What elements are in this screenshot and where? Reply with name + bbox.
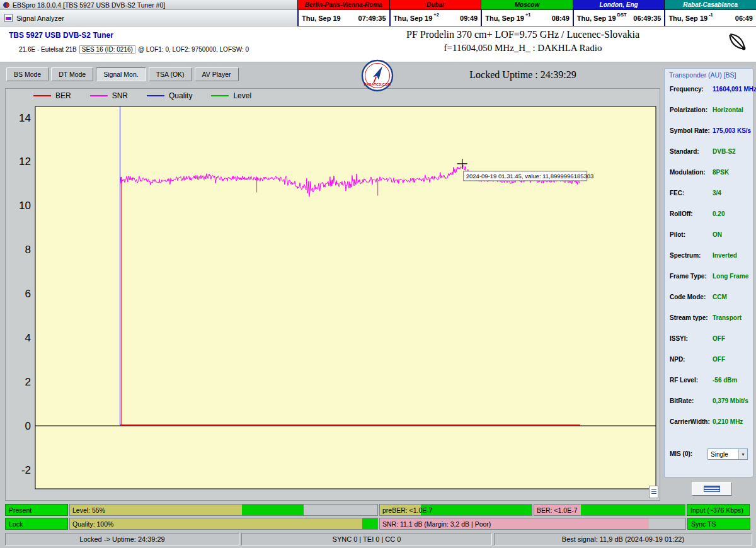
meter-label: Level: 55% [72, 506, 105, 514]
transponder-value: 8PSK [713, 169, 729, 176]
meter-snr-11-1-db-margin-3-2-db-poor: SNR: 11,1 dB (Margin: 3,2 dB | Poor) [379, 518, 686, 530]
clock-time: 06:49:35 [633, 14, 661, 22]
menubar: Signal Analyzer [0, 10, 297, 26]
transponder-value: -56 dBm [713, 377, 737, 384]
clock-utc-offset: -1 [709, 10, 713, 18]
clock-date: Thu, Sep 19 [485, 14, 524, 22]
transponder-row-frame-type: Frame Type:Long Frame [670, 273, 750, 282]
tab-signal-mon[interactable]: Signal Mon. [96, 67, 146, 81]
world-clock-4: Thu, Sep 19DST06:49:35 [573, 10, 665, 26]
transponder-row-spectrum: Spectrum:Inverted [670, 252, 750, 261]
transponder-value: DVB-S2 [713, 148, 736, 155]
legend-item-ber: BER [33, 91, 71, 100]
transponder-value: CCM [713, 294, 727, 300]
transponder-label: NPD: [670, 356, 685, 363]
statusbar-cell-2: SYNC 0 | TEI 0 | CC 0 [241, 533, 492, 545]
signal-status-row-1: PresentLevel: 55%preBER: <1.0E-7BER: <1.… [5, 504, 751, 516]
beam-id-box: SES 16 (ID: 0216) [79, 45, 135, 54]
meter-segment [421, 505, 532, 515]
world-clock-1: Thu, Sep 1907:49:35 [297, 10, 389, 26]
transponder-value: Horizontal [713, 106, 743, 113]
world-city-dubai: Dubai [389, 0, 481, 10]
transponder-value: 3/4 [713, 190, 721, 197]
world-city-berlin-paris-vienna-roma: Berlin-Paris-Vienna-Roma [297, 0, 389, 10]
transponder-row-fec: FEC:3/4 [670, 190, 750, 198]
transponder-row-code-mode: Code Mode:CCM [670, 294, 750, 302]
chart-tooltip: 2024-09-19 01.31.45, value: 11,899999618… [464, 171, 594, 181]
meter-segment [649, 518, 685, 529]
clock-date: Thu, Sep 19 [302, 14, 341, 22]
transponder-value: OFF [713, 356, 725, 363]
panel-action-button[interactable] [692, 482, 732, 496]
transponder-label: Frequency: [670, 86, 704, 93]
world-clock-2: Thu, Sep 19+209:49 [389, 10, 481, 26]
transponder-value: Transport [713, 314, 742, 321]
indicator-present: Present [5, 504, 68, 516]
tab-tsa-ok[interactable]: TSA (OK) [149, 67, 192, 81]
legend-label: BER [55, 91, 71, 100]
transponder-label: Code Mode: [670, 294, 706, 300]
locked-uptime-text: Locked Uptime : 24:39:29 [469, 69, 576, 81]
transponder-row-npd: NPD:OFF [670, 356, 750, 365]
meter-ber-1-0e-7: BER: <1.0E-7 [534, 504, 685, 516]
transponder-row-frequency: Frequency:11604,091 MHz [670, 86, 750, 94]
satellite-position: 21.6E - Eutelsat 21B [19, 46, 77, 53]
mis-row: MIS (0): Single ▾ [670, 448, 749, 460]
window-titlebar: EBSpro 18.0.0.4 [TBS 5927 USB DVB-S2 Tun… [0, 0, 297, 10]
tab-av-player[interactable]: AV Player [195, 67, 239, 81]
clock-utc-offset: DST [617, 10, 627, 18]
y-tick-label: 2 [25, 376, 31, 388]
mode-tabs: BS ModeDT ModeSignal Mon.TSA (OK)AV Play… [6, 67, 239, 81]
logo-text: DXSATCS.COM [361, 83, 394, 86]
mis-label: MIS (0): [670, 450, 692, 457]
transponder-label: Frame Type: [670, 273, 707, 280]
mis-select[interactable]: Single ▾ [707, 448, 748, 460]
chevron-down-icon: ▾ [738, 449, 747, 459]
indicator-sync-ts: Sync TS [687, 518, 750, 530]
legend-line [33, 95, 51, 96]
legend-item-snr: SNR [90, 91, 128, 100]
legend-line [90, 95, 108, 96]
clock-utc-offset: +2 [433, 10, 439, 18]
signal-chart[interactable]: 14121086420-22024-09-19 01.31.45, value:… [6, 89, 661, 501]
tab-dt-mode[interactable]: DT Mode [51, 67, 93, 81]
transponder-value: 0,210 MHz [713, 418, 743, 425]
tab-bs-mode[interactable]: BS Mode [6, 67, 49, 81]
transponder-label: Standard: [670, 148, 699, 155]
transponder-label: Stream type: [670, 314, 708, 321]
reception-info: PF Prodelin 370 cm+ LOF=9.75 GHz / Lucen… [406, 29, 639, 54]
y-tick-label: 8 [25, 244, 31, 256]
meter-segment [304, 505, 377, 515]
y-tick-label: 6 [25, 288, 31, 300]
y-tick-label: 12 [19, 156, 31, 168]
transponder-row-rf-level: RF Level:-56 dBm [670, 377, 750, 385]
world-clock-3: Thu, Sep 19+108:49 [481, 10, 573, 26]
transponder-label: RollOff: [670, 210, 693, 217]
transponder-label: Modulation: [670, 169, 706, 176]
blue-bars-icon [651, 489, 656, 495]
transponder-value: 175,003 KS/s [713, 127, 751, 134]
meter-label: BER: <1.0E-7 [537, 506, 578, 514]
transponder-row-stream-type: Stream type:Transport [670, 314, 750, 323]
y-tick-label: 14 [19, 112, 31, 124]
transponder-row-modulation: Modulation:8PSK [670, 169, 750, 178]
transponder-label: Pilot: [670, 231, 685, 238]
transponder-value: 11604,091 MHz [713, 86, 756, 93]
meter-label: Quality: 100% [72, 520, 113, 528]
antenna-location-line: PF Prodelin 370 cm+ LOF=9.75 GHz / Lucen… [406, 29, 639, 40]
chart-corner-button[interactable] [649, 486, 658, 498]
menu-item-signal-analyzer[interactable]: Signal Analyzer [16, 14, 64, 22]
clock-date: Thu, Sep 19 [577, 14, 616, 22]
transponder-value: Long Frame [713, 273, 748, 280]
meter-fill [70, 505, 377, 515]
transponder-label: Symbol Rate: [670, 127, 710, 134]
meter-level-55: Level: 55% [69, 504, 378, 516]
legend-item-quality: Quality [147, 91, 192, 100]
indicator-input-376-kbps: Input (~376 Kbps) [687, 504, 750, 516]
app-icon [3, 2, 9, 8]
meter-fill [70, 518, 377, 529]
transponder-row-pilot: Pilot:ON [670, 231, 750, 240]
transponder-label: FEC: [670, 190, 684, 197]
transponder-value: 0.20 [713, 210, 724, 217]
signal-status-row-2: LockQuality: 100%SNR: 11,1 dB (Margin: 3… [5, 518, 751, 530]
